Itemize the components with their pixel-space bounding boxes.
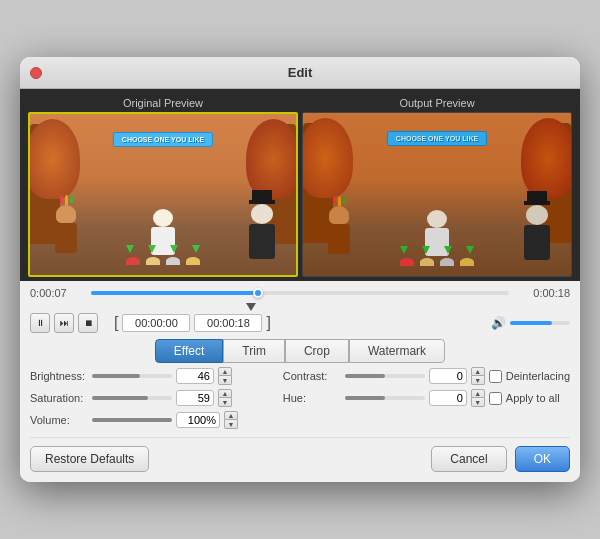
hue-row: Hue: ▲ ▼ Apply to all bbox=[283, 389, 570, 407]
feathers bbox=[52, 195, 80, 205]
range-end-input[interactable] bbox=[194, 314, 262, 332]
contrast-down[interactable]: ▼ bbox=[471, 376, 485, 385]
saturation-up[interactable]: ▲ bbox=[218, 389, 232, 398]
pause-button[interactable]: ⏸ bbox=[30, 313, 50, 333]
out-pilgrim-hat bbox=[527, 191, 547, 205]
out-feather-3 bbox=[343, 196, 346, 204]
window-title: Edit bbox=[288, 65, 313, 80]
restore-defaults-button[interactable]: Restore Defaults bbox=[30, 446, 149, 472]
volume-param-slider[interactable] bbox=[92, 418, 172, 422]
pilgrim-hat bbox=[252, 190, 272, 204]
original-scene: CHOOSE ONE YOU LIKE bbox=[30, 114, 296, 275]
out-arrow-3 bbox=[444, 246, 452, 254]
volume-param-input[interactable] bbox=[176, 412, 220, 428]
step-forward-button[interactable]: ⏭ bbox=[54, 313, 74, 333]
tree-foliage-left bbox=[30, 119, 80, 199]
out-arrow-1 bbox=[400, 246, 408, 254]
out-char-head-left bbox=[329, 206, 349, 224]
out-char-left bbox=[325, 196, 353, 251]
out-arrows bbox=[400, 246, 474, 254]
saturation-row: Saturation: ▲ ▼ bbox=[30, 389, 275, 407]
range-start-input[interactable] bbox=[122, 314, 190, 332]
close-button[interactable] bbox=[30, 67, 42, 79]
saturation-down[interactable]: ▼ bbox=[218, 398, 232, 407]
brightness-fill bbox=[92, 374, 140, 378]
stop-button[interactable]: ⏹ bbox=[78, 313, 98, 333]
contrast-up[interactable]: ▲ bbox=[471, 367, 485, 376]
volume-up[interactable]: ▲ bbox=[224, 411, 238, 420]
apply-all-checkbox[interactable] bbox=[489, 392, 502, 405]
saturation-fill bbox=[92, 396, 148, 400]
traffic-lights bbox=[30, 67, 42, 79]
hue-down[interactable]: ▼ bbox=[471, 398, 485, 407]
timeline-end-time: 0:00:18 bbox=[515, 287, 570, 299]
volume-param-fill bbox=[92, 418, 172, 422]
contrast-input[interactable] bbox=[429, 368, 467, 384]
controls-area: 0:00:07 0:00:18 ⏸ ⏭ ⏹ bbox=[20, 281, 580, 482]
tree-foliage-right bbox=[246, 119, 296, 199]
tab-effect[interactable]: Effect bbox=[155, 339, 223, 363]
edit-window: Edit Original Preview CHOOSE ONE YOU LIK… bbox=[20, 57, 580, 482]
out-food-2 bbox=[420, 258, 434, 266]
tab-crop[interactable]: Crop bbox=[285, 339, 349, 363]
contrast-slider[interactable] bbox=[345, 374, 425, 378]
feather-3 bbox=[70, 195, 73, 203]
original-preview-panel: Original Preview CHOOSE ONE YOU LIKE bbox=[28, 97, 298, 277]
contrast-row: Contrast: ▲ ▼ Deinterlacing bbox=[283, 367, 570, 385]
out-feathers bbox=[325, 196, 353, 206]
out-arrow-2 bbox=[422, 246, 430, 254]
tab-watermark[interactable]: Watermark bbox=[349, 339, 445, 363]
out-food-4 bbox=[460, 258, 474, 266]
volume-down[interactable]: ▼ bbox=[224, 420, 238, 429]
brightness-down[interactable]: ▼ bbox=[218, 376, 232, 385]
contrast-label: Contrast: bbox=[283, 370, 341, 382]
output-preview-label: Output Preview bbox=[302, 97, 572, 109]
hue-slider[interactable] bbox=[345, 396, 425, 400]
brightness-up[interactable]: ▲ bbox=[218, 367, 232, 376]
saturation-slider[interactable] bbox=[92, 396, 172, 400]
hue-input[interactable] bbox=[429, 390, 467, 406]
out-arrow-4 bbox=[466, 246, 474, 254]
ok-button[interactable]: OK bbox=[515, 446, 570, 472]
timeline-row: 0:00:07 0:00:18 bbox=[30, 287, 570, 299]
hue-label: Hue: bbox=[283, 392, 341, 404]
brightness-input[interactable] bbox=[176, 368, 214, 384]
timeline-thumb[interactable] bbox=[253, 288, 263, 298]
original-video: CHOOSE ONE YOU LIKE bbox=[28, 112, 298, 277]
tabs-row: Effect Trim Crop Watermark bbox=[30, 339, 570, 363]
output-preview-panel: Output Preview CHOOSE ONE YOU LIKE bbox=[302, 97, 572, 277]
center-head bbox=[153, 209, 173, 227]
out-foliage-right bbox=[521, 118, 571, 198]
brightness-slider[interactable] bbox=[92, 374, 172, 378]
action-buttons: Cancel OK bbox=[431, 446, 570, 472]
volume-label: Volume: bbox=[30, 414, 88, 426]
cancel-button[interactable]: Cancel bbox=[431, 446, 506, 472]
preview-area: Original Preview CHOOSE ONE YOU LIKE bbox=[20, 89, 580, 281]
hue-up[interactable]: ▲ bbox=[471, 389, 485, 398]
deinterlacing-checkbox[interactable] bbox=[489, 370, 502, 383]
apply-all-row: Apply to all bbox=[489, 392, 560, 405]
char-body-left bbox=[55, 223, 77, 253]
saturation-input[interactable] bbox=[176, 390, 214, 406]
volume-control: 🔊 bbox=[491, 316, 570, 330]
food-items bbox=[126, 257, 200, 265]
out-char-right bbox=[521, 191, 553, 251]
brightness-stepper: ▲ ▼ bbox=[218, 367, 232, 385]
out-food-1 bbox=[400, 258, 414, 266]
char-body-right bbox=[249, 224, 275, 259]
tab-trim[interactable]: Trim bbox=[223, 339, 285, 363]
volume-track[interactable] bbox=[510, 321, 570, 325]
timeline-track[interactable] bbox=[91, 291, 509, 295]
out-char-body-left bbox=[328, 224, 350, 254]
out-food-items bbox=[400, 258, 474, 266]
character-right bbox=[246, 190, 278, 250]
saturation-stepper: ▲ ▼ bbox=[218, 389, 232, 407]
food-3 bbox=[166, 257, 180, 265]
pause-icon: ⏸ bbox=[36, 318, 45, 328]
out-banner: CHOOSE ONE YOU LIKE bbox=[387, 131, 487, 146]
playback-row: ⏸ ⏭ ⏹ [ ] 🔊 bbox=[30, 313, 570, 333]
feather-2 bbox=[65, 195, 68, 205]
char-head-right bbox=[251, 204, 273, 224]
arrow-4 bbox=[192, 245, 200, 253]
out-foliage-left bbox=[303, 118, 353, 198]
